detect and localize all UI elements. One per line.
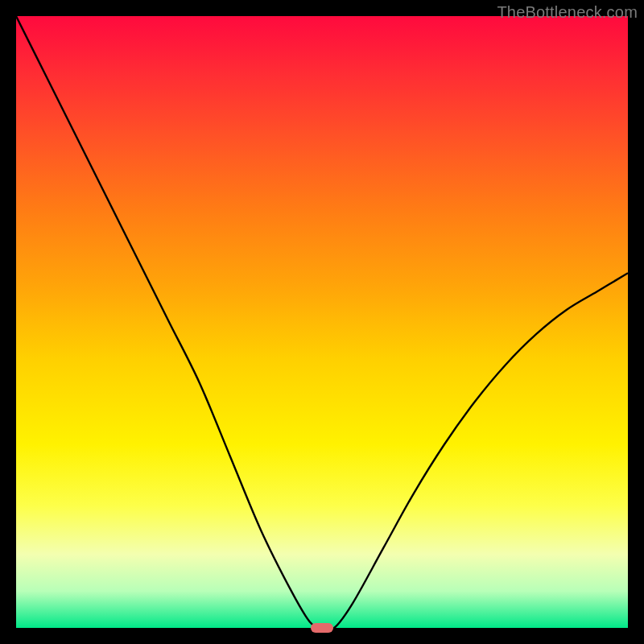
minimum-marker [311, 623, 333, 633]
chart-plot-area [16, 16, 628, 628]
bottleneck-curve [16, 16, 628, 628]
curve-path [16, 16, 628, 628]
chart-frame: TheBottleneck.com [0, 0, 644, 644]
watermark-text: TheBottleneck.com [497, 3, 638, 22]
